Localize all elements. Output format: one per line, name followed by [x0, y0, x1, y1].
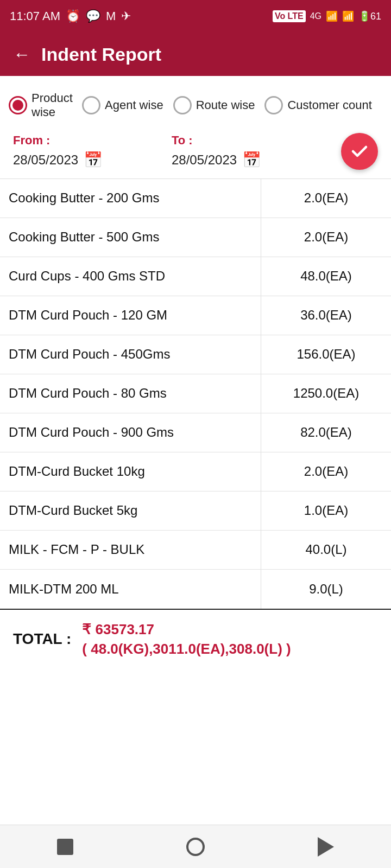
product-qty: 2.0(EA)	[261, 218, 391, 257]
product-name: DTM-Curd Bucket 10kg	[0, 452, 261, 491]
whatsapp-icon: 💬	[86, 9, 100, 23]
filter-agent-wise[interactable]: Agent wise	[82, 96, 163, 114]
circle-icon	[186, 838, 205, 856]
from-date-section: From : 28/05/2023 📅	[13, 133, 172, 169]
filter-route-wise-label: Route wise	[196, 98, 255, 112]
filter-customer-count-label: Customer count	[287, 98, 371, 112]
radio-agent-wise[interactable]	[82, 96, 100, 114]
product-qty: 40.0(L)	[261, 531, 391, 569]
product-qty: 1250.0(EA)	[261, 374, 391, 413]
product-qty: 2.0(EA)	[261, 179, 391, 218]
table-row: DTM Curd Pouch - 80 Gms1250.0(EA)	[0, 374, 391, 413]
nav-bar	[0, 825, 391, 868]
network-4g: 4G	[310, 11, 321, 21]
table-row: Curd Cups - 400 Gms STD48.0(EA)	[0, 257, 391, 296]
page-title: Indent Report	[41, 44, 161, 65]
product-name: DTM Curd Pouch - 120 GM	[0, 296, 261, 335]
product-name: Cooking Butter - 200 Gms	[0, 179, 261, 218]
product-name: DTM-Curd Bucket 5kg	[0, 492, 261, 530]
from-date-value: 28/05/2023	[13, 152, 78, 168]
product-name: MILK-DTM 200 ML	[0, 570, 261, 609]
total-footer: TOTAL : ₹ 63573.17 ( 48.0(KG),3011.0(EA)…	[0, 609, 391, 669]
alarm-icon: ⏰	[66, 9, 80, 23]
product-name: DTM Curd Pouch - 450Gms	[0, 335, 261, 374]
product-qty: 9.0(L)	[261, 570, 391, 609]
filter-row: Product wise Agent wise Route wise Custo…	[0, 76, 391, 126]
product-name: Curd Cups - 400 Gms STD	[0, 257, 261, 296]
product-name: Cooking Butter - 500 Gms	[0, 218, 261, 257]
total-label: TOTAL :	[13, 630, 71, 648]
from-date-value-row: 28/05/2023 📅	[13, 151, 172, 169]
product-qty: 48.0(EA)	[261, 257, 391, 296]
status-left: 11:07 AM ⏰ 💬 M ✈	[10, 9, 131, 23]
volte-icon: Vo LTE	[273, 10, 306, 22]
table-row: DTM Curd Pouch - 120 GM36.0(EA)	[0, 296, 391, 335]
to-date-value: 28/05/2023	[172, 152, 237, 168]
gmail-icon: M	[106, 9, 116, 23]
product-name: MILK - FCM - P - BULK	[0, 531, 261, 569]
table-row: DTM Curd Pouch - 450Gms156.0(EA)	[0, 335, 391, 374]
table-row: Cooking Butter - 500 Gms2.0(EA)	[0, 218, 391, 257]
time-display: 11:07 AM	[10, 9, 60, 23]
to-date-section: To : 28/05/2023 📅	[172, 133, 330, 169]
total-values: ₹ 63573.17 ( 48.0(KG),3011.0(EA),308.0(L…	[82, 620, 291, 659]
product-qty: 156.0(EA)	[261, 335, 391, 374]
to-label: To :	[172, 133, 330, 148]
product-name: DTM Curd Pouch - 80 Gms	[0, 374, 261, 413]
from-label: From :	[13, 133, 172, 148]
radio-customer-count[interactable]	[264, 96, 283, 114]
radio-product-wise[interactable]	[9, 96, 27, 114]
product-qty: 2.0(EA)	[261, 452, 391, 491]
app-header: ← Indent Report	[0, 33, 391, 76]
total-breakdown: ( 48.0(KG),3011.0(EA),308.0(L) )	[82, 639, 291, 659]
total-amount: ₹ 63573.17	[82, 620, 291, 639]
product-qty: 36.0(EA)	[261, 296, 391, 335]
date-filter-row: From : 28/05/2023 📅 To : 28/05/2023 📅	[0, 126, 391, 178]
filter-agent-wise-label: Agent wise	[105, 98, 163, 112]
product-table: Cooking Butter - 200 Gms2.0(EA)Cooking B…	[0, 178, 391, 609]
table-row: Cooking Butter - 200 Gms2.0(EA)	[0, 179, 391, 218]
notification-icon: ✈	[121, 9, 131, 23]
table-row: MILK-DTM 200 ML9.0(L)	[0, 570, 391, 609]
back-nav-button[interactable]	[182, 833, 209, 860]
confirm-button[interactable]	[341, 133, 378, 170]
table-row: DTM-Curd Bucket 5kg1.0(EA)	[0, 492, 391, 531]
signal-icon: 📶	[326, 10, 338, 22]
status-right: Vo LTE 4G 📶 📶 🔋61	[273, 10, 381, 22]
radio-route-wise[interactable]	[173, 96, 192, 114]
table-row: DTM Curd Pouch - 900 Gms82.0(EA)	[0, 413, 391, 452]
product-qty: 1.0(EA)	[261, 492, 391, 530]
recent-button[interactable]	[312, 833, 339, 860]
triangle-icon	[318, 837, 334, 857]
status-bar: 11:07 AM ⏰ 💬 M ✈ Vo LTE 4G 📶 📶 🔋61	[0, 0, 391, 33]
product-qty: 82.0(EA)	[261, 413, 391, 452]
table-row: MILK - FCM - P - BULK40.0(L)	[0, 531, 391, 570]
filter-customer-count[interactable]: Customer count	[264, 96, 371, 114]
wifi-icon: 📶	[342, 10, 354, 22]
filter-product-wise-label: Product wise	[31, 91, 72, 120]
filter-product-wise[interactable]: Product wise	[9, 91, 72, 120]
to-date-value-row: 28/05/2023 📅	[172, 151, 330, 169]
table-row: DTM-Curd Bucket 10kg2.0(EA)	[0, 452, 391, 492]
home-button[interactable]	[52, 833, 79, 860]
square-icon	[57, 839, 73, 855]
product-name: DTM Curd Pouch - 900 Gms	[0, 413, 261, 452]
battery-icon: 🔋61	[358, 10, 381, 22]
to-calendar-icon[interactable]: 📅	[242, 151, 261, 169]
filter-route-wise[interactable]: Route wise	[173, 96, 255, 114]
from-calendar-icon[interactable]: 📅	[84, 151, 103, 169]
back-button[interactable]: ←	[13, 44, 30, 65]
